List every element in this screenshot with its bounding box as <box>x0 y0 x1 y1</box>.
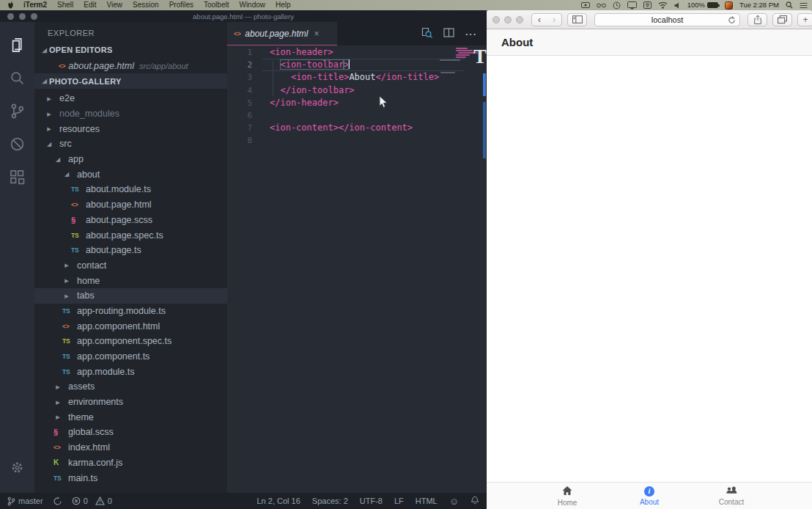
code-line-4[interactable]: 4 </ion-toolbar> <box>227 84 487 97</box>
airplay-display-icon[interactable] <box>627 1 637 10</box>
recorder-app-icon[interactable] <box>725 1 733 10</box>
code-line-8[interactable]: 8 <box>227 134 487 147</box>
search-icon[interactable] <box>0 62 34 95</box>
vscode-window-controls[interactable] <box>7 13 37 20</box>
open-editors-section[interactable]: ◢ OPEN EDITORS <box>34 42 227 58</box>
menu-toolbelt[interactable]: Toolbelt <box>199 1 234 9</box>
zoom-window-button[interactable] <box>516 16 523 23</box>
tree-file-about.module.ts[interactable]: TSabout.module.ts <box>34 182 227 197</box>
tree-file-karma.conf.js[interactable]: Kkarma.conf.js <box>34 455 227 471</box>
tree-file-app.component.spec.ts[interactable]: TSapp.component.spec.ts <box>34 334 227 349</box>
tree-file-about.page.spec.ts[interactable]: TSabout.page.spec.ts <box>34 227 227 243</box>
tree-folder-about[interactable]: ◢about <box>34 166 227 182</box>
menu-view[interactable]: View <box>102 1 128 9</box>
tree-file-about.page.scss[interactable]: §about.page.scss <box>34 213 227 228</box>
tree-folder-node_modules[interactable]: ▸node_modules <box>34 106 227 122</box>
split-editor-icon[interactable] <box>443 27 454 40</box>
tree-folder-tabs[interactable]: ▸tabs <box>34 288 227 304</box>
tree-file-global.scss[interactable]: §global.scss <box>34 425 227 440</box>
zoom-window-button[interactable] <box>31 13 37 20</box>
tree-file-app-routing.module.ts[interactable]: TSapp-routing.module.ts <box>34 304 227 319</box>
screen-record-icon[interactable] <box>581 1 590 9</box>
tab-home[interactable]: Home <box>526 483 608 509</box>
code-line-6[interactable]: 6 <box>227 109 487 122</box>
menubar-clock[interactable]: Tue 2:28 PM <box>739 0 779 10</box>
menu-session[interactable]: Session <box>128 1 164 9</box>
tree-file-app.component.ts[interactable]: TSapp.component.ts <box>34 349 227 365</box>
settings-gear-icon[interactable] <box>0 451 34 484</box>
volume-icon[interactable] <box>674 2 681 9</box>
search-editor-icon[interactable] <box>421 27 432 41</box>
address-bar[interactable]: localhost <box>594 13 740 26</box>
code-editor[interactable]: 1<ion-header>2 <ion-toolbar>3 <ion-title… <box>227 45 487 493</box>
tree-folder-src[interactable]: ◢src <box>34 136 227 152</box>
reload-icon[interactable] <box>728 16 736 26</box>
code-line-7[interactable]: 7<ion-content></ion-content> <box>227 122 487 134</box>
close-window-button[interactable] <box>492 16 500 23</box>
eol-setting[interactable]: LF <box>394 497 404 505</box>
tree-folder-app[interactable]: ◢app <box>34 152 227 167</box>
debug-icon[interactable] <box>0 128 34 161</box>
tree-file-index.html[interactable]: <>index.html <box>34 440 227 455</box>
more-actions-icon[interactable]: ··· <box>465 29 477 40</box>
menu-window[interactable]: Window <box>234 1 270 9</box>
menu-profiles[interactable]: Profiles <box>164 1 199 9</box>
apple-menu-icon[interactable] <box>7 1 14 10</box>
encoding-setting[interactable]: UTF-8 <box>360 497 383 505</box>
problems-indicator[interactable]: 0 0 <box>72 497 112 505</box>
menu-help[interactable]: Help <box>270 1 296 9</box>
minimize-window-button[interactable] <box>504 16 512 23</box>
tree-folder-theme[interactable]: ▸theme <box>34 409 227 425</box>
tree-folder-environments[interactable]: ▸environments <box>34 395 227 410</box>
feedback-smiley-icon[interactable]: ☺ <box>449 496 459 507</box>
git-branch-indicator[interactable]: master <box>7 497 43 506</box>
back-button[interactable]: ‹ <box>532 14 547 26</box>
tab-about-page-html[interactable]: <> about.page.html × <box>227 22 337 45</box>
forward-button[interactable]: › <box>547 14 561 26</box>
spotlight-icon[interactable] <box>786 1 793 9</box>
glasses-icon[interactable] <box>597 2 606 8</box>
open-editor-entry[interactable]: <> about.page.html src/app/about <box>34 58 227 73</box>
code-line-1[interactable]: 1<ion-header> <box>227 46 487 59</box>
menu-shell[interactable]: Shell <box>52 1 78 9</box>
tree-folder-resources[interactable]: ▸resources <box>34 121 227 136</box>
source-control-icon[interactable] <box>0 95 34 128</box>
close-tab-icon[interactable]: × <box>314 29 319 39</box>
cursor-position[interactable]: Ln 2, Col 16 <box>257 497 300 505</box>
tree-file-app.component.html[interactable]: <>app.component.html <box>34 318 227 334</box>
share-button[interactable] <box>748 13 767 26</box>
explorer-icon[interactable] <box>0 29 34 62</box>
notifications-bell-icon[interactable] <box>470 496 479 507</box>
tree-folder-assets[interactable]: ▸assets <box>34 379 227 395</box>
safari-window-controls[interactable] <box>492 16 523 23</box>
sidebar-toggle-button[interactable] <box>567 13 587 26</box>
vscode-titlebar[interactable]: about.page.html — photo-gallery <box>0 10 487 22</box>
input-source-icon[interactable] <box>643 1 652 9</box>
ts-file-icon: TS <box>62 353 70 360</box>
code-line-5[interactable]: 5</ion-header> <box>227 97 487 109</box>
tab-about[interactable]: iAbout <box>608 483 690 509</box>
tab-overview-button[interactable] <box>772 13 792 26</box>
menu-edit[interactable]: Edit <box>78 1 101 9</box>
tree-folder-contact[interactable]: ▸contact <box>34 258 227 274</box>
minimize-window-button[interactable] <box>19 13 26 20</box>
close-window-button[interactable] <box>7 13 14 20</box>
tree-folder-e2e[interactable]: ▸e2e <box>34 91 227 106</box>
sync-button[interactable] <box>53 497 62 506</box>
new-tab-button[interactable]: + <box>797 13 812 26</box>
tree-file-about.page.html[interactable]: <>about.page.html <box>34 197 227 213</box>
indentation-setting[interactable]: Spaces: 2 <box>312 497 348 505</box>
menu-iterm2[interactable]: iTerm2 <box>18 1 52 9</box>
language-mode[interactable]: HTML <box>416 497 438 505</box>
wifi-icon[interactable] <box>658 1 668 9</box>
tree-file-about.page.ts[interactable]: TSabout.page.ts <box>34 243 227 258</box>
battery-indicator[interactable]: 100% <box>687 0 718 10</box>
time-machine-icon[interactable] <box>613 1 621 10</box>
tab-contact[interactable]: Contact <box>690 483 772 509</box>
tree-file-main.ts[interactable]: TSmain.ts <box>34 470 227 486</box>
tree-folder-home[interactable]: ▸home <box>34 273 227 288</box>
project-section-header[interactable]: ◢ PHOTO-GALLERY <box>34 73 227 89</box>
tree-file-app.module.ts[interactable]: TSapp.module.ts <box>34 364 227 379</box>
extensions-icon[interactable] <box>0 161 34 194</box>
notification-center-icon[interactable] <box>800 2 808 9</box>
